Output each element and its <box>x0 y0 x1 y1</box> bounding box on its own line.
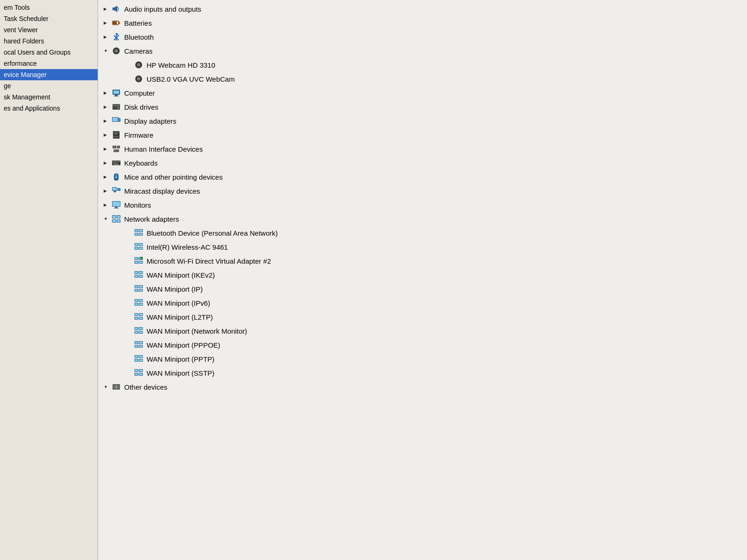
tree-item-wan-ip[interactable]: WAN Miniport (IP) <box>98 282 747 296</box>
tree-item-intel-wireless[interactable]: Intel(R) Wireless-AC 9461 <box>98 240 747 254</box>
tree-item-label-hid: Human Interface Devices <box>124 145 203 153</box>
sidebar-item-event-viewer[interactable]: vent Viewer <box>0 24 98 35</box>
computer-icon <box>111 88 121 98</box>
tree-item-label-audio: Audio inputs and outputs <box>124 5 201 13</box>
tree-item-wan-l2tp[interactable]: WAN Miniport (L2TP) <box>98 310 747 324</box>
svg-rect-116 <box>139 289 142 291</box>
svg-rect-53 <box>117 162 118 163</box>
tree-item-hid[interactable]: ▶Human Interface Devices <box>98 142 747 156</box>
svg-rect-96 <box>135 261 138 263</box>
svg-rect-118 <box>135 300 138 301</box>
svg-rect-33 <box>113 136 115 138</box>
svg-rect-70 <box>117 216 120 218</box>
tree-item-keyboards[interactable]: ▶Keyboards <box>98 156 747 170</box>
tree-item-bluetooth[interactable]: ▶Bluetooth <box>98 30 747 44</box>
svg-rect-3 <box>119 22 120 24</box>
svg-rect-48 <box>117 161 118 162</box>
sidebar-item-system-tools[interactable]: em Tools <box>0 2 98 13</box>
svg-point-15 <box>138 78 140 80</box>
tree-item-cameras[interactable]: ▼Cameras <box>98 44 747 58</box>
hid-icon <box>111 144 121 154</box>
svg-point-7 <box>115 50 117 52</box>
tree-item-audio[interactable]: ▶Audio inputs and outputs <box>98 2 747 16</box>
svg-rect-4 <box>113 21 117 24</box>
svg-rect-124 <box>139 303 142 305</box>
svg-rect-138 <box>135 331 138 333</box>
tree-item-mice[interactable]: ▶Mice and other pointing devices <box>98 170 747 184</box>
svg-rect-58 <box>113 188 116 190</box>
tree-item-ms-wifi-direct[interactable]: +Microsoft Wi-Fi Direct Virtual Adapter … <box>98 254 747 268</box>
svg-rect-62 <box>114 192 115 193</box>
svg-rect-130 <box>135 317 138 319</box>
tree-item-label-wan-ikev2: WAN Miniport (IKEv2) <box>147 271 215 279</box>
svg-rect-34 <box>115 136 117 138</box>
tree-item-label-wan-netmon: WAN Miniport (Network Monitor) <box>147 327 247 335</box>
tree-item-display-adapters[interactable]: ▶Display adapters <box>98 114 747 128</box>
svg-rect-76 <box>135 230 138 231</box>
miracast-icon <box>111 186 121 196</box>
svg-rect-88 <box>135 247 138 249</box>
battery-icon <box>111 18 121 28</box>
sidebar-item-device-manager[interactable]: evice Manager <box>0 69 98 80</box>
svg-rect-41 <box>117 147 119 147</box>
svg-rect-42 <box>113 149 119 152</box>
svg-rect-20 <box>114 96 119 97</box>
tree-item-batteries[interactable]: ▶Batteries <box>98 16 747 30</box>
sidebar-item-services-apps[interactable]: es and Applications <box>0 103 98 114</box>
svg-rect-92 <box>135 258 138 259</box>
tree-item-label-bt-pan: Bluetooth Device (Personal Area Network) <box>147 229 278 237</box>
network-sm-icon <box>134 270 144 280</box>
tree-item-disk-drives[interactable]: ▶Disk drives <box>98 100 747 114</box>
sidebar-item-performance[interactable]: erformance <box>0 58 98 69</box>
svg-rect-65 <box>115 207 117 208</box>
tree-item-miracast[interactable]: ▶Miracast display devices <box>98 184 747 198</box>
sidebar-item-storage[interactable]: ge <box>0 80 98 91</box>
keyboard-icon <box>111 158 121 168</box>
tree-item-computer[interactable]: ▶Computer <box>98 86 747 100</box>
sidebar-item-task-scheduler[interactable]: Task Scheduler <box>0 13 98 24</box>
tree-item-wan-pptp[interactable]: WAN Miniport (PPTP) <box>98 352 747 366</box>
chevron-icon: ▼ <box>104 217 111 221</box>
tree-item-hp-webcam[interactable]: HP Webcam HD 3310 <box>98 58 747 72</box>
camera-icon <box>134 60 144 70</box>
monitor-icon <box>111 200 121 210</box>
svg-rect-136 <box>139 328 142 329</box>
svg-point-24 <box>118 107 119 108</box>
tree-item-wan-ikev2[interactable]: WAN Miniport (IKEv2) <box>98 268 747 282</box>
sidebar-item-local-users[interactable]: ocal Users and Groups <box>0 47 98 58</box>
tree-item-bt-pan[interactable]: Bluetooth Device (Personal Area Network) <box>98 226 747 240</box>
svg-rect-122 <box>135 303 138 305</box>
sidebar: em ToolsTask Schedulervent Viewerhared F… <box>0 0 98 560</box>
tree-item-firmware[interactable]: ▶Firmware <box>98 128 747 142</box>
tree-item-wan-netmon[interactable]: WAN Miniport (Network Monitor) <box>98 324 747 338</box>
svg-rect-164 <box>139 373 142 375</box>
sidebar-item-disk-management[interactable]: sk Management <box>0 91 98 103</box>
svg-rect-50 <box>113 162 113 163</box>
tree-item-wan-pppoe[interactable]: WAN Miniport (PPPOE) <box>98 338 747 352</box>
svg-rect-128 <box>139 314 142 315</box>
svg-rect-37 <box>113 146 116 147</box>
chevron-icon: ▶ <box>104 21 111 25</box>
tree-item-wan-sstp[interactable]: WAN Miniport (SSTP) <box>98 366 747 380</box>
svg-rect-18 <box>113 91 119 94</box>
camera-icon <box>111 46 121 56</box>
main-content: ▶Audio inputs and outputs▶Batteries▶Blue… <box>98 0 747 560</box>
svg-rect-38 <box>113 147 115 147</box>
chevron-icon: ▶ <box>104 161 111 165</box>
svg-rect-162 <box>135 373 138 375</box>
tree-item-wan-ipv6[interactable]: WAN Miniport (IPv6) <box>98 296 747 310</box>
sidebar-item-shared-folders[interactable]: hared Folders <box>0 35 98 47</box>
tree-item-monitors[interactable]: ▶Monitors <box>98 198 747 212</box>
svg-rect-110 <box>135 286 138 287</box>
chevron-icon: ▶ <box>104 133 111 137</box>
chevron-icon: ▶ <box>104 119 111 123</box>
tree-item-network-adapters[interactable]: ▼Network adapters <box>98 212 747 226</box>
network-sm-icon <box>134 284 144 294</box>
tree-item-other-devices[interactable]: ▼Other devices <box>98 380 747 394</box>
display-icon <box>111 116 121 126</box>
tree-item-usb-webcam[interactable]: USB2.0 VGA UVC WebCam <box>98 72 747 86</box>
tree-item-label-network-adapters: Network adapters <box>124 215 179 223</box>
svg-rect-64 <box>113 202 120 206</box>
network-sm-icon <box>134 340 144 350</box>
svg-rect-68 <box>113 216 116 218</box>
